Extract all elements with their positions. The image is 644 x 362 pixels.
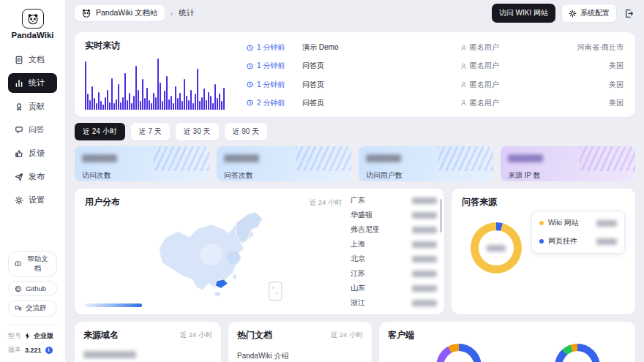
period-label: 近 24 小时 [180,331,212,340]
legend-row: Wiki 网站 [539,218,617,228]
stat-card-source-ips: 来源 IP 数 [501,146,635,181]
topbar: PandaWiki 文档站 › 统计 访问 WIKI 网站 系统配置 [66,0,644,26]
visit-wiki-button[interactable]: 访问 WIKI 网站 [492,4,555,23]
redacted-value [412,271,437,277]
legend-dot-wiki [539,221,544,225]
region-row: 上海 [351,239,437,249]
logout-icon [624,9,634,18]
redacted-value [412,241,437,248]
qa-source-card: 问答来源 Wiki 网站 网页挂件 [452,189,635,314]
clients-donut-2 [555,344,600,362]
panda-logo-icon [22,9,44,29]
stat-label: 来源 IP 数 [508,170,628,181]
source-domain-card: 来源域名 近 24 小时 [75,322,221,362]
help-docs-button[interactable]: 帮助文档 [8,251,57,277]
book-icon [15,260,21,268]
github-button[interactable]: Github [8,281,57,296]
card-header: 热门文档 近 24 小时 [237,329,363,342]
redacted-value [83,351,136,358]
region-list: 广东 华盛顿 弗吉尼亚 上海 北京 江苏 山东 浙江 [351,193,437,310]
sidebar-item-stats[interactable]: 统计 [8,73,57,93]
document-icon [15,56,23,64]
filter-7d[interactable]: 近 7 天 [131,123,170,140]
region-name: 弗吉尼亚 [351,225,380,235]
user-distribution-card: 用户分布 近 24 小时 广东 华盛顿 [75,189,444,314]
sidebar: PandaWiki 文档 统计 贡献 问答 反馈 [0,0,66,362]
sidebar-item-settings[interactable]: 设置 [8,190,57,210]
clients-card: 客户端 [379,322,635,362]
legend-dot-widget [539,239,544,244]
stat-label: 访问次数 [82,170,202,181]
visit-page-link[interactable]: 演示 Demo [302,42,460,53]
clients-donut-1 [436,344,482,362]
breadcrumb-site[interactable]: PandaWiki 文档站 [75,5,165,21]
clock-icon [247,45,253,51]
visit-page-link[interactable]: 问答页 [302,80,460,90]
region-list-scrollbar[interactable] [440,199,442,233]
stat-cards-row: 访问次数 问答次数 访问用户数 来源 IP 数 [75,146,635,181]
visit-location: 美国 [537,98,624,108]
sidebar-item-publish[interactable]: 发布 [8,167,57,186]
redacted-value [412,197,437,204]
filter-90d[interactable]: 近 90 天 [225,123,268,140]
redacted-value [366,154,401,162]
panda-icon [81,8,91,18]
middle-row: 用户分布 近 24 小时 广东 华盛顿 [75,189,635,314]
legend-label: 网页挂件 [548,236,577,246]
user-icon [460,63,467,69]
region-row: 华盛顿 [351,210,437,220]
region-row: 浙江 [351,298,437,308]
hot-docs-title: 热门文档 [237,329,272,342]
donut-hole [443,351,474,362]
app-logo[interactable]: PandaWiki [8,9,57,39]
qa-source-donut [471,222,522,274]
donut-hole [562,351,593,362]
site-name: PandaWiki 文档站 [96,8,158,18]
contribution-icon [15,102,23,111]
sidebar-meta: 型号 企业版 版本 3.221 i [8,325,57,355]
github-icon [15,285,22,293]
sidebar-item-label: 统计 [29,78,45,88]
region-row: 北京 [351,254,437,264]
source-domain-title: 来源域名 [83,329,119,342]
logout-button[interactable] [623,7,635,20]
period-label: 近 24 小时 [331,331,363,340]
visit-page-link[interactable]: 问答页 [302,98,460,108]
model-label: 型号 [8,331,21,341]
filter-30d[interactable]: 近 30 天 [176,123,219,140]
breadcrumb-page: 统计 [179,8,194,18]
info-icon[interactable]: i [45,347,53,354]
realtime-visits-card: 实时来访 1 分钟前 演示 Demo 匿名用户 河南省·商丘市 1 分钟前 问答… [75,32,635,117]
sidebar-footer: 帮助文档 Github 交流群 型号 企业版 版本 3.221 i [8,251,57,355]
region-name: 浙江 [351,298,365,308]
visit-location: 河南省·商丘市 [537,42,624,53]
qa-source-title: 问答来源 [462,196,625,208]
region-name: 华盛顿 [351,210,372,220]
sidebar-item-qa[interactable]: 问答 [8,120,57,140]
time-filter-tabs: 近 24 小时 近 7 天 近 30 天 近 90 天 [75,123,635,140]
visit-time: 1 分钟前 [247,61,302,71]
settings-icon [15,196,23,205]
system-config-button[interactable]: 系统配置 [561,4,617,23]
hot-doc-label[interactable]: PandaWiki 介绍 [237,351,289,361]
help-docs-label: 帮助文档 [25,254,50,274]
qa-source-legend: Wiki 网站 网页挂件 [531,211,625,254]
filter-24h[interactable]: 近 24 小时 [75,123,125,140]
redacted-value [487,245,506,252]
version-row: 版本 3.221 i [8,345,57,355]
user-icon [460,81,467,88]
chat-group-button[interactable]: 交流群 [8,300,57,317]
region-name: 上海 [351,239,365,249]
sidebar-item-contribution[interactable]: 贡献 [8,97,57,116]
legend-label: Wiki 网站 [548,218,579,228]
visit-user: 匿名用户 [460,61,537,71]
redacted-value [82,154,117,162]
hot-docs-card: 热门文档 近 24 小时 PandaWiki 介绍 [228,322,372,362]
visit-page-link[interactable]: 问答页 [302,61,460,71]
sidebar-item-docs[interactable]: 文档 [8,50,57,69]
clients-title: 客户端 [388,329,626,342]
redacted-value [412,227,437,233]
bottom-row: 来源域名 近 24 小时 热门文档 近 24 小时 PandaWiki 介绍 客… [75,322,635,362]
sidebar-item-feedback[interactable]: 反馈 [8,143,57,163]
sidebar-nav: 文档 统计 贡献 问答 反馈 发布 [8,50,57,210]
